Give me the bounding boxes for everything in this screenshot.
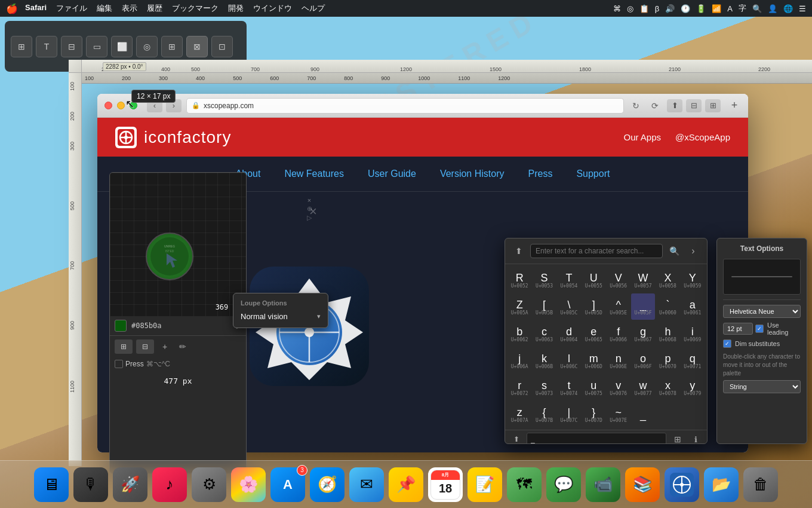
toolbar-btn-2[interactable]: T xyxy=(36,36,57,57)
nav-new-features[interactable]: New Features xyxy=(284,169,344,179)
char-cell[interactable]: tU+0074 xyxy=(557,374,581,400)
apple-menu-icon[interactable]: 🍎 xyxy=(6,3,18,14)
char-cell[interactable]: TU+0054 xyxy=(557,267,581,293)
loupe-press-row[interactable]: Press ⌘⌥^C xyxy=(110,357,246,371)
char-cell[interactable]: wU+0077 xyxy=(631,374,655,400)
dim-substitutes-checkbox[interactable]: ✓ xyxy=(723,339,731,348)
loupe-press-checkbox[interactable] xyxy=(115,360,123,368)
char-cell[interactable]: {U+007B xyxy=(532,401,556,427)
dock-sticky-icon[interactable]: 📌 xyxy=(389,467,423,502)
char-cell[interactable]: nU+006E xyxy=(607,347,630,374)
toolbar-btn-9[interactable]: ⊡ xyxy=(211,36,233,57)
char-cell[interactable]: fU+0066 xyxy=(607,320,630,347)
char-cell[interactable]: bU+0062 xyxy=(508,320,531,347)
menubar-edit[interactable]: 編集 xyxy=(97,3,112,14)
char-cell[interactable]: gU+0067 xyxy=(631,320,655,347)
char-next-button[interactable]: › xyxy=(685,243,701,259)
dock-finder-icon[interactable]: 🖥 xyxy=(34,467,69,502)
dock-appstore-icon[interactable]: A 3 xyxy=(270,467,305,502)
char-cell[interactable]: VU+0056 xyxy=(607,267,630,293)
char-cell[interactable]: zU+007A xyxy=(508,401,531,427)
char-cell[interactable]: mU+006D xyxy=(582,347,605,374)
menubar-develop[interactable]: 開発 xyxy=(228,3,244,14)
safari-reader-button[interactable]: ⊞ xyxy=(705,99,721,112)
char-cell[interactable]: RU+0052 xyxy=(508,267,531,293)
dock-launchpad-icon[interactable]: 🚀 xyxy=(113,467,147,502)
char-cell[interactable]: dU+0064 xyxy=(557,320,581,347)
char-search-button[interactable]: 🔍 xyxy=(666,243,682,259)
char-cell[interactable]: iU+0069 xyxy=(681,320,705,347)
char-cell[interactable]: WU+0057 xyxy=(631,267,655,293)
dock-notes-icon[interactable]: 📝 xyxy=(467,467,502,502)
char-cell[interactable]: cU+0063 xyxy=(532,320,556,347)
char-cell[interactable]: hU+0068 xyxy=(656,320,679,347)
char-cell[interactable]: yU+0079 xyxy=(681,374,705,400)
char-footer-info-btn[interactable]: ℹ xyxy=(689,433,702,444)
toolbar-btn-4[interactable]: ▭ xyxy=(86,36,107,57)
menubar-safari[interactable]: Safari xyxy=(25,3,47,14)
dock-messages-icon[interactable]: 💬 xyxy=(546,467,581,502)
char-cell[interactable]: }U+007D xyxy=(582,401,605,427)
char-cell[interactable]: SU+0053 xyxy=(532,267,556,293)
char-cell[interactable]: |U+007C xyxy=(557,401,581,427)
menubar-file[interactable]: ファイル xyxy=(56,3,87,14)
use-leading-checkbox[interactable]: ✓ xyxy=(755,325,764,333)
char-cell[interactable] xyxy=(656,401,679,427)
loupe-grid-btn-1[interactable]: ⊞ xyxy=(115,339,133,354)
text-string-select[interactable]: String xyxy=(723,380,801,393)
char-cell[interactable]: ZU+005A xyxy=(508,293,531,320)
char-cell[interactable]: vU+0076 xyxy=(607,374,630,400)
menubar-help[interactable]: ヘルプ xyxy=(302,3,325,14)
dock-music-icon[interactable]: ♪ xyxy=(152,467,187,502)
char-cell[interactable]: XU+0058 xyxy=(656,267,679,293)
dock-calendar-icon[interactable]: 8月 18 xyxy=(428,467,463,502)
toolbar-btn-1[interactable]: ⊞ xyxy=(11,36,32,57)
char-cell[interactable]: kU+006B xyxy=(532,347,556,374)
char-cell[interactable]: ~U+007E xyxy=(607,401,630,427)
char-cell[interactable]: lU+006C xyxy=(557,347,581,374)
char-footer-export-icon[interactable]: ⬆ xyxy=(510,433,523,444)
safari-reload-button[interactable]: ↻ xyxy=(629,99,643,113)
char-search-input[interactable] xyxy=(530,244,663,258)
dock-trash-icon[interactable]: 🗑 xyxy=(743,467,778,502)
dock-maps-icon[interactable]: 🗺 xyxy=(507,467,542,502)
char-export-icon[interactable]: ⬆ xyxy=(511,243,527,259)
char-cell[interactable]: pU+0070 xyxy=(656,347,679,374)
safari-sidebar-button[interactable]: ⊟ xyxy=(686,99,702,112)
char-cell[interactable]: UU+0055 xyxy=(582,267,605,293)
nav-version-history[interactable]: Version History xyxy=(440,169,505,179)
loupe-grid-btn-2[interactable]: ⊟ xyxy=(136,339,154,354)
search-icon[interactable]: 🔍 xyxy=(752,4,762,13)
char-cell[interactable]: jU+006A xyxy=(508,347,531,374)
char-cell[interactable]: ]U+005D xyxy=(582,293,605,320)
loupe-crosshair-btn[interactable]: + xyxy=(158,339,172,354)
loupe-color-row[interactable]: #085b0a ▷ xyxy=(110,316,246,336)
char-cell[interactable]: ^U+005E xyxy=(607,293,630,320)
text-size-input[interactable] xyxy=(723,323,753,335)
char-cell[interactable]: xU+0078 xyxy=(656,374,679,400)
menubar-view[interactable]: 表示 xyxy=(122,3,137,14)
toolbar-btn-7[interactable]: ⊞ xyxy=(161,36,183,57)
char-cell[interactable]: oU+006F xyxy=(631,347,655,374)
toolbar-btn-5[interactable]: ⬜ xyxy=(111,36,133,57)
dock-safari-icon[interactable]: 🧭 xyxy=(310,467,345,502)
char-footer-input[interactable] xyxy=(527,433,666,444)
safari-new-tab-button[interactable]: + xyxy=(728,99,741,112)
char-cell[interactable]: YU+0059 xyxy=(681,267,705,293)
char-cell[interactable]: [U+005B xyxy=(532,293,556,320)
dock-xscope-icon[interactable] xyxy=(665,467,699,502)
dock-books-icon[interactable]: 📚 xyxy=(625,467,660,502)
dock-siri-icon[interactable]: 🎙 xyxy=(73,467,108,502)
char-cell[interactable]: _ xyxy=(631,401,655,427)
menubar-history[interactable]: 履歴 xyxy=(147,3,162,14)
char-cell[interactable]: \U+005C xyxy=(557,293,581,320)
our-apps-link[interactable]: Our Apps xyxy=(624,132,662,142)
toolbar-btn-8[interactable]: ⊠ xyxy=(186,36,208,57)
nav-user-guide[interactable]: User Guide xyxy=(368,169,416,179)
dock-photos-icon[interactable]: 🌸 xyxy=(231,467,266,502)
char-cell[interactable]: rU+0072 xyxy=(508,374,531,400)
safari-address-bar[interactable]: 🔒 xscopeapp.com xyxy=(186,98,624,114)
menubar-window[interactable]: ウインドウ xyxy=(253,3,292,14)
char-cell[interactable]: sU+0073 xyxy=(532,374,556,400)
char-cell[interactable]: _U+005F xyxy=(631,293,655,320)
